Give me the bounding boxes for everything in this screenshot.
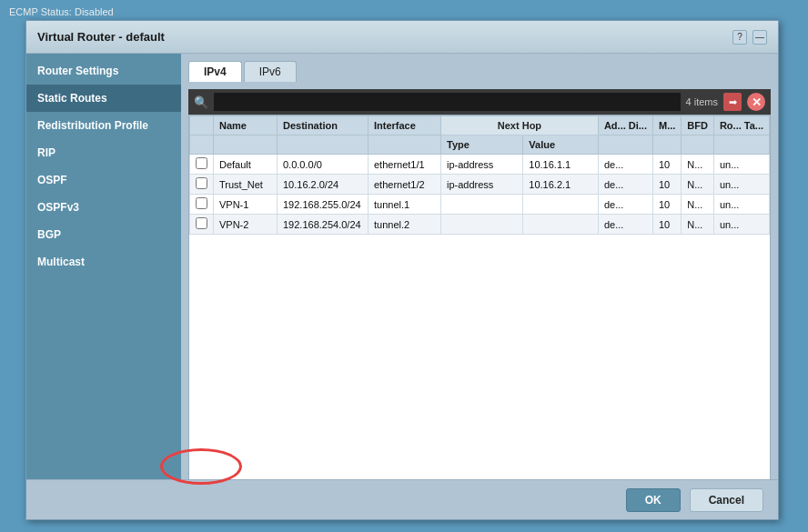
row-value (523, 195, 599, 215)
search-clear-button[interactable]: ✕ (747, 93, 765, 111)
row-addi: de... (598, 195, 652, 215)
sidebar-item-ospf[interactable]: OSPF (26, 166, 181, 194)
col-subheader-name (214, 136, 278, 155)
dialog-controls: ? — (732, 30, 767, 45)
row-checkbox[interactable] (190, 215, 214, 235)
row-m: 10 (652, 175, 681, 195)
table-row[interactable]: Trust_Net 10.16.2.0/24 ethernet1/2 ip-ad… (190, 175, 770, 195)
row-bfd: N... (682, 195, 714, 215)
search-icon: 🔍 (194, 95, 208, 109)
sidebar-item-bgp[interactable]: BGP (26, 221, 181, 248)
col-subheader-check (190, 136, 214, 155)
search-go-button[interactable]: ➡ (723, 93, 742, 111)
row-addi: de... (598, 155, 652, 175)
table-body: Default 0.0.0.0/0 ethernet1/1 ip-address… (190, 155, 770, 235)
row-destination: 0.0.0.0/0 (278, 155, 369, 175)
row-type (441, 195, 523, 215)
dialog-body: Router Settings Static Routes Redistribu… (26, 54, 778, 519)
col-header-check (190, 116, 214, 136)
row-checkbox[interactable] (190, 195, 214, 215)
row-m: 10 (652, 215, 681, 235)
row-checkbox[interactable] (190, 175, 214, 195)
sidebar-item-static-routes[interactable]: Static Routes (26, 85, 181, 112)
col-header-bfd: BFD (682, 116, 714, 136)
row-type: ip-address (441, 155, 523, 175)
sidebar-item-redistribution-profile[interactable]: Redistribution Profile (26, 112, 181, 139)
row-interface: ethernet1/1 (369, 155, 441, 175)
items-count: 4 items (686, 96, 718, 107)
cancel-button[interactable]: Cancel (690, 488, 763, 512)
dialog-title: Virtual Router - default (37, 30, 165, 44)
row-ro: un... (713, 155, 769, 175)
col-header-destination: Destination (278, 116, 369, 136)
minimize-button[interactable]: — (752, 30, 767, 45)
row-type: ip-address (441, 175, 523, 195)
sidebar-item-multicast[interactable]: Multicast (26, 248, 181, 276)
row-interface: ethernet1/2 (369, 175, 441, 195)
row-name: Trust_Net (214, 175, 278, 195)
routes-table-wrap: Name Destination Interface Next Hop Ad..… (188, 115, 771, 480)
row-m: 10 (652, 195, 681, 215)
row-m: 10 (652, 155, 681, 175)
sidebar-item-ospfv3[interactable]: OSPFv3 (26, 194, 181, 221)
col-header-ro: Ro... Ta... (713, 116, 769, 136)
row-destination: 192.168.255.0/24 (278, 195, 369, 215)
col-subheader-dest (278, 136, 369, 155)
row-destination: 192.168.254.0/24 (278, 215, 369, 235)
table-row[interactable]: VPN-2 192.168.254.0/24 tunnel.2 de... 10… (190, 215, 770, 235)
row-bfd: N... (682, 155, 714, 175)
row-ro: un... (713, 175, 769, 195)
ok-button[interactable]: OK (626, 488, 681, 512)
help-button[interactable]: ? (732, 30, 747, 45)
row-ro: un... (713, 195, 769, 215)
row-interface: tunnel.2 (369, 215, 441, 235)
dialog-titlebar: Virtual Router - default ? — (26, 21, 778, 54)
status-text: ECMP Status: Disabled (9, 6, 114, 17)
virtual-router-dialog: Virtual Router - default ? — Router Sett… (25, 20, 779, 520)
main-content: IPv4 IPv6 🔍 4 items ➡ ✕ (181, 54, 778, 519)
col-subheader-addi (598, 136, 652, 155)
tab-ipv6[interactable]: IPv6 (244, 61, 297, 82)
row-destination: 10.16.2.0/24 (278, 175, 369, 195)
table-row[interactable]: Default 0.0.0.0/0 ethernet1/1 ip-address… (190, 155, 770, 175)
search-bar: 🔍 4 items ➡ ✕ (188, 89, 771, 115)
row-bfd: N... (682, 175, 714, 195)
col-header-interface: Interface (369, 116, 441, 136)
col-subheader-m (652, 136, 681, 155)
col-subheader-iface (369, 136, 441, 155)
col-subheader-bfd (682, 136, 714, 155)
row-value (523, 215, 599, 235)
col-subheader-ro (713, 136, 769, 155)
sidebar-item-rip[interactable]: RIP (26, 139, 181, 166)
col-subheader-type: Type (441, 136, 523, 155)
row-interface: tunnel.1 (369, 195, 441, 215)
dialog-footer: OK Cancel (26, 479, 778, 519)
row-name: VPN-2 (214, 215, 278, 235)
search-input[interactable] (214, 93, 681, 111)
next-hop-header: Next Hop (441, 116, 599, 136)
col-header-addi: Ad... Di... (598, 116, 652, 136)
sidebar: Router Settings Static Routes Redistribu… (26, 54, 181, 519)
row-addi: de... (598, 215, 652, 235)
row-value: 10.16.1.1 (523, 155, 599, 175)
row-value: 10.16.2.1 (523, 175, 599, 195)
sidebar-item-router-settings[interactable]: Router Settings (26, 57, 181, 85)
tab-ipv4[interactable]: IPv4 (188, 61, 242, 82)
row-checkbox[interactable] (190, 155, 214, 175)
col-header-name: Name (214, 116, 278, 136)
table-row[interactable]: VPN-1 192.168.255.0/24 tunnel.1 de... 10… (190, 195, 770, 215)
routes-table: Name Destination Interface Next Hop Ad..… (189, 115, 770, 235)
col-subheader-value: Value (523, 136, 599, 155)
row-addi: de... (598, 175, 652, 195)
row-ro: un... (713, 215, 769, 235)
col-header-m: M... (652, 116, 681, 136)
row-name: Default (214, 155, 278, 175)
row-bfd: N... (682, 215, 714, 235)
tabs-container: IPv4 IPv6 (188, 61, 771, 82)
row-name: VPN-1 (214, 195, 278, 215)
row-type (441, 215, 523, 235)
